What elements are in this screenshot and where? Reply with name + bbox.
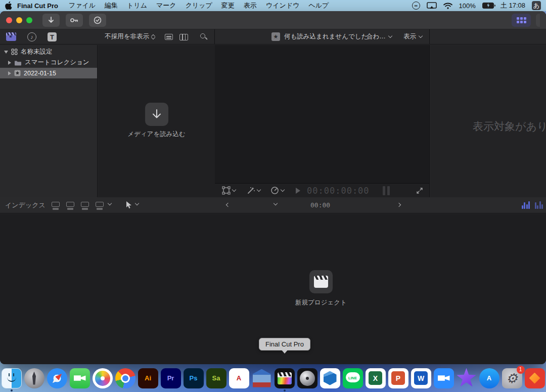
search-icon[interactable] [200,33,205,38]
menu-item-1[interactable]: 編集 [100,2,122,9]
sidebar-item-名称未設定[interactable]: 名称未設定 [0,47,97,57]
dock-premiere[interactable]: Pr [160,368,181,388]
dock-launchpad[interactable] [24,368,45,388]
menu-item-8[interactable]: ヘルプ [304,2,333,9]
input-method-badge[interactable]: あ [532,1,541,10]
audio-meters[interactable] [383,186,390,195]
dock: AiPrPsSaALINEXPWA⚙1 [0,364,546,392]
dock-finder[interactable] [1,368,22,388]
transform-tool-dropdown[interactable] [222,184,236,197]
dock-appstore[interactable]: A [479,368,500,388]
dock-autocad[interactable]: A [229,368,250,388]
menu-item-7[interactable]: ウインドウ [261,2,304,9]
clip-filter-label: 不採用を非表示 [105,32,149,41]
new-project-button[interactable]: 新規プロジェクト [291,270,351,307]
dock-safari[interactable] [47,368,68,388]
menu-item-2[interactable]: トリム [122,2,152,9]
menu-item-3[interactable]: マーク [152,2,181,9]
show-media-sidebar-icon[interactable] [6,32,16,41]
dock-photoshop[interactable]: Ps [183,368,204,388]
background-tasks-button[interactable] [89,14,106,27]
dock-powerpoint[interactable]: P [388,368,409,388]
skimming-toggle-icon[interactable] [522,201,530,209]
dock-illustrator[interactable]: Ai [138,368,159,388]
filter-dropdown[interactable]: 合わ… [367,29,392,44]
expand-viewer-icon[interactable] [416,184,423,197]
dock-substance[interactable]: Sa [206,368,227,388]
dock-chrome[interactable] [115,368,136,388]
line-icon: LINE [343,368,363,388]
clock[interactable]: 土 17:08 [500,1,525,10]
running-indicator-dot [11,389,13,391]
list-view-icon[interactable] [165,34,173,40]
sidebar-item-2022-01-15[interactable]: 2022-01-15 [0,68,97,78]
insert-edit-button[interactable] [66,202,74,207]
sidebar-item-label: スマートコレクション [25,58,89,67]
wifi-icon[interactable] [443,3,452,9]
previous-chevron-icon[interactable] [226,203,230,207]
clip-filter-select[interactable]: 不採用を非表示 [105,29,155,44]
select-tool-button[interactable] [125,201,132,209]
close-button[interactable] [6,17,12,23]
battery-percent: 100% [459,2,476,10]
dock-home-design[interactable] [251,368,272,388]
dock-facetime[interactable] [69,368,90,388]
dock-settings[interactable]: ⚙1 [502,368,523,388]
menu-app-name[interactable]: Final Cut Pro [17,2,58,10]
final-cut-pro-window: ♪ T 不採用を非表示 ★ 何も読み込まれませんでした 合わ… 表示 [0,11,546,364]
timeline-history-chevron-icon[interactable] [274,201,278,205]
battery-icon[interactable] [482,3,494,9]
autocad-icon: A [229,368,249,388]
filmstrip-view-icon[interactable] [179,34,188,40]
connect-edit-button[interactable] [52,202,60,207]
browser-view-toggle-button[interactable] [512,14,531,27]
settings-icon: ⚙1 [502,368,522,388]
play-button[interactable] [296,184,300,197]
keyword-editor-button[interactable] [66,14,83,27]
screen-mirroring-icon[interactable] [427,2,437,9]
folder-icon [14,60,22,66]
apple-menu-icon[interactable] [5,2,12,10]
creative-cloud-icon[interactable]: ∞ [412,2,420,10]
overwrite-edit-button[interactable] [96,202,104,207]
next-chevron-icon[interactable] [397,203,401,207]
timeline-toolbar: インデックス 00:00 [0,197,546,213]
audio-skimming-toggle-icon[interactable] [535,201,543,209]
dock-zoom[interactable] [433,368,454,388]
menu-item-6[interactable]: 表示 [239,2,261,9]
event-browser: メディアを読み込む [98,45,215,197]
sidebar-item-スマートコレクション[interactable]: スマートコレクション [0,57,97,68]
dock-excel[interactable]: X [365,368,386,388]
dock-final-cut-pro[interactable] [274,368,295,388]
index-button[interactable]: インデックス [5,197,46,213]
zoom-icon [434,368,454,388]
disclosure-right-icon[interactable] [8,61,11,65]
dock-line[interactable]: LINE [342,368,363,388]
enhancements-dropdown[interactable] [247,184,260,197]
append-edit-button[interactable] [81,202,89,207]
dock-word[interactable]: W [411,368,432,388]
import-media-toolbar-button[interactable] [42,14,60,27]
tool-options-chevron-icon[interactable] [135,201,139,205]
dock-imovie[interactable] [456,368,477,388]
dock-sketchup[interactable] [320,368,341,388]
inspector-toggle-button[interactable] [536,14,540,27]
smart-collection-icon: ★ [271,32,280,41]
dock-logic-pro[interactable] [297,368,318,388]
import-media-button[interactable] [145,103,168,126]
menu-item-0[interactable]: ファイル [64,2,100,9]
disclosure-right-icon[interactable] [8,71,11,75]
minimize-button[interactable] [16,17,22,23]
photos-audio-sidebar-icon[interactable]: ♪ [27,32,36,41]
retime-dropdown[interactable] [270,184,284,197]
dock-diamond-app[interactable] [524,368,545,388]
launchpad-icon [24,368,44,388]
disclosure-down-icon[interactable] [4,51,8,54]
zoom-window-button[interactable] [26,17,32,23]
menu-item-5[interactable]: 変更 [217,2,239,9]
dock-photos[interactable] [92,368,113,388]
titles-generators-sidebar-icon[interactable]: T [48,32,57,41]
edit-options-chevron-icon[interactable] [108,201,112,205]
menu-item-4[interactable]: クリップ [181,2,217,9]
view-dropdown[interactable]: 表示 [403,29,422,44]
